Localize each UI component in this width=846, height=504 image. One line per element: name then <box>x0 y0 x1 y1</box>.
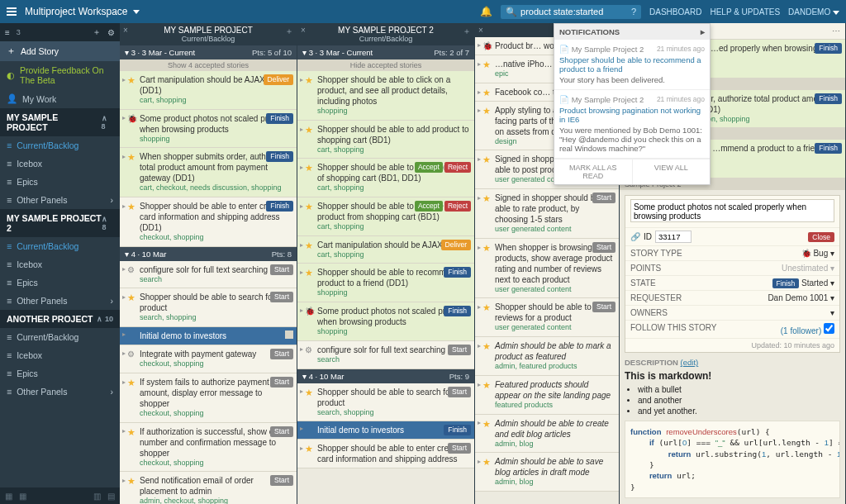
notif-close-icon[interactable]: ▸ <box>701 27 705 36</box>
start-button[interactable]: Start <box>270 349 293 359</box>
story-card[interactable]: ▸★Cart manipulation should be AJAXycart,… <box>297 236 474 264</box>
story-card[interactable]: ▸★Shopper should be able to search for p… <box>297 383 474 422</box>
sidebar-gear-icon[interactable]: ⚙ <box>107 28 115 37</box>
reject-button[interactable]: Reject <box>444 201 471 212</box>
story-card[interactable]: ▸★Featured products should appear on the… <box>475 376 619 415</box>
story-card[interactable]: ▸★Shopper should be able to enter credit… <box>297 440 474 468</box>
sidebar-item[interactable]: ≡Epics <box>0 273 120 292</box>
story-card[interactable]: ▸★If system fails to authorize payment a… <box>120 373 297 423</box>
story-card[interactable]: ▸★Admin should be able to mark a product… <box>475 337 619 376</box>
sidebar-item[interactable]: ≡Other Panels› <box>0 191 120 209</box>
story-card[interactable]: ▸★When shopper is browsing products, sho… <box>475 239 619 299</box>
search-help-icon[interactable]: ? <box>631 7 636 17</box>
story-type-select[interactable]: 🐞 Bug ▾ <box>801 249 834 258</box>
nav-dashboard[interactable]: DASHBOARD <box>649 7 701 17</box>
panel-close-icon[interactable]: × <box>123 26 128 35</box>
accept-button[interactable]: Accept <box>415 201 443 212</box>
search-input[interactable] <box>520 7 628 17</box>
story-card[interactable]: ▸★Shopper should be able to recommend a … <box>297 264 474 302</box>
story-card[interactable]: ▸Initial demo to investorsFinish <box>297 421 474 440</box>
nav-user[interactable]: DANDEMO <box>788 7 839 17</box>
finish-button[interactable]: Finish <box>266 151 293 162</box>
notification-item[interactable]: 📄 My Sample Project 221 minutes agoShopp… <box>554 40 710 90</box>
footer-icon[interactable]: ▤ <box>107 492 115 501</box>
story-card[interactable]: ▸⚙Integrate with payment gatewaycheckout… <box>120 345 297 373</box>
deliver-button[interactable]: Deliver <box>264 74 293 85</box>
link-icon[interactable]: 🔗 <box>630 232 640 241</box>
story-card[interactable]: ▸★Signed in shopper should be able to ra… <box>475 189 619 239</box>
story-card[interactable]: ▸★Shopper should be able to remove produ… <box>297 197 474 236</box>
story-card[interactable]: ▸★Shopper should be able to read reviews… <box>475 298 619 337</box>
story-card[interactable]: ▸★Shopper should be able to enter credit… <box>120 197 297 247</box>
iteration-toggle[interactable]: ▾ 3 · 3 Mar - Current <box>302 48 373 57</box>
panel-add-icon[interactable]: ＋ <box>285 26 293 37</box>
points-select[interactable]: Unestimated ▾ <box>782 264 834 273</box>
sidebar-item[interactable]: ≡Icebox <box>0 255 120 273</box>
panel-menu-icon[interactable]: ⋯ <box>832 26 840 36</box>
start-button[interactable]: Start <box>592 242 615 253</box>
sidebar-item[interactable]: ≡Icebox <box>0 155 120 173</box>
provide-feedback-link[interactable]: ◐Provide Feedback On The Beta <box>0 61 120 89</box>
sidebar-item[interactable]: ≡Icebox <box>0 346 120 364</box>
sidebar-item[interactable]: ≡Epics <box>0 364 120 383</box>
finish-button[interactable]: Finish <box>772 278 800 288</box>
finish-button[interactable]: Finish <box>444 306 471 316</box>
mark-all-read-button[interactable]: MARK ALL AS READ <box>554 159 633 184</box>
followers-link[interactable]: (1 follower) <box>781 323 834 335</box>
finish-button[interactable]: Finish <box>815 43 842 54</box>
story-card[interactable]: ▸★When shopper submits order, authorize … <box>120 148 297 197</box>
add-story-button[interactable]: ＋Add Story <box>0 41 120 61</box>
accepted-toggle[interactable]: Hide accepted stories <box>297 59 474 71</box>
start-button[interactable]: Start <box>448 443 471 454</box>
story-card[interactable]: ▸⚙configure solr for full text searching… <box>297 341 474 369</box>
story-card[interactable]: ▸★Send notification email of order place… <box>120 472 297 504</box>
sidebar-item[interactable]: ≡Other Panels› <box>0 292 120 310</box>
story-card[interactable]: ▸★Shopper should be able to add product … <box>297 121 474 159</box>
story-title-input[interactable]: Some product photos not scaled properly … <box>630 199 834 222</box>
sidebar-section-header[interactable]: ANOTHER PROJECT∧ 10 <box>0 310 120 328</box>
iteration-toggle[interactable]: ▾ 4 · 10 Mar <box>125 250 166 259</box>
finish-button[interactable]: Finish <box>815 93 842 104</box>
start-button[interactable]: Start <box>592 193 615 203</box>
start-button[interactable]: Start <box>270 377 293 388</box>
sidebar-plus-icon[interactable]: ＋ <box>93 26 101 38</box>
finish-button[interactable]: Finish <box>266 201 293 212</box>
story-card[interactable]: ▸🐞Some product photos not scaled properl… <box>120 110 297 149</box>
nav-help[interactable]: HELP & UPDATES <box>710 7 780 17</box>
notifications-icon[interactable]: 🔔 <box>480 6 492 17</box>
story-card[interactable]: ▸★Admin should be able to save blog arti… <box>475 453 619 492</box>
story-card[interactable]: ▸★Admin should be able to create and edi… <box>475 415 619 454</box>
panel-close-icon[interactable]: × <box>478 26 483 35</box>
menu-toggle-icon[interactable] <box>7 7 17 16</box>
accept-button[interactable]: Accept <box>415 162 443 173</box>
footer-icon[interactable]: ▦ <box>5 492 12 501</box>
sidebar-item[interactable]: ≡Current/Backlog <box>0 136 120 155</box>
iteration-toggle[interactable]: ▾ 4 · 10 Mar <box>302 372 344 381</box>
finish-button[interactable]: Finish <box>444 267 471 278</box>
panel-close-icon[interactable]: × <box>301 26 306 35</box>
reject-button[interactable]: Reject <box>444 162 471 173</box>
view-all-button[interactable]: VIEW ALL <box>633 159 711 184</box>
story-id-input[interactable] <box>655 231 692 243</box>
sidebar-section-header[interactable]: MY SAMPLE PROJECT∧ 8 <box>0 108 120 136</box>
start-button[interactable]: Start <box>270 292 293 302</box>
finish-button[interactable]: Finish <box>815 143 842 154</box>
start-button[interactable]: Start <box>592 302 615 312</box>
hamburger-icon[interactable]: ≡ <box>5 28 10 37</box>
requester-select[interactable]: Dan Demo 1001 ▾ <box>768 293 834 302</box>
footer-icon[interactable]: ▥ <box>93 492 101 501</box>
search-box[interactable]: 🔍 ? <box>501 5 641 19</box>
chevron-down-icon[interactable] <box>133 10 140 14</box>
story-card[interactable]: ▸★Shopper should be able to click on a p… <box>297 71 474 121</box>
my-work-link[interactable]: 👤My Work <box>0 89 120 108</box>
story-card[interactable]: ▸Initial demo to investors <box>120 327 297 345</box>
iteration-toggle[interactable]: ▾ 3 · 3 Mar - Current <box>125 48 195 57</box>
start-button[interactable]: Start <box>270 475 293 486</box>
sidebar-item[interactable]: ≡Current/Backlog <box>0 328 120 346</box>
story-card[interactable]: ▸★Cart manipulation should be AJAXy (DD1… <box>120 71 297 110</box>
owners-select[interactable]: ▾ <box>830 308 834 317</box>
state-select[interactable]: Started ▾ <box>801 278 834 288</box>
story-card[interactable]: ▸★Shopper should be able to search for p… <box>120 288 297 327</box>
follow-checkbox[interactable] <box>824 323 834 334</box>
start-button[interactable]: Start <box>448 387 471 397</box>
